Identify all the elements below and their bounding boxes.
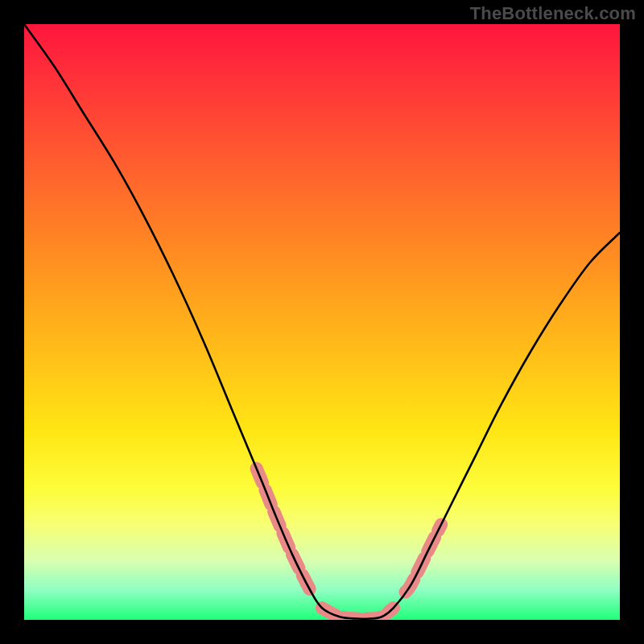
highlight-group (257, 469, 441, 619)
plot-area (24, 24, 620, 620)
bottleneck-curve (24, 24, 620, 619)
chart-frame: TheBottleneck.com (0, 0, 644, 644)
watermark-text: TheBottleneck.com (470, 3, 636, 24)
curve-svg (24, 24, 620, 620)
